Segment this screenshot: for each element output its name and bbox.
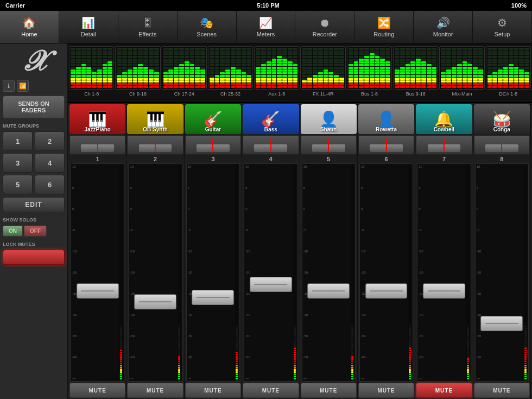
pan-knob-ch4[interactable] (243, 135, 299, 155)
pan-knob-ch2[interactable] (127, 135, 183, 155)
meter-bar-0 (302, 48, 307, 88)
channel-name-ch5: Shaun (301, 126, 357, 132)
nav-label-home: Home (21, 31, 37, 37)
fader-track-ch8[interactable]: 1050-5-10-20-30-40-50-60-∞ (475, 163, 529, 382)
meter-label-ch17-24: Ch 17-24 (174, 91, 194, 97)
mute-button-ch4[interactable]: MUTE (243, 383, 299, 398)
fader-handle-ch6[interactable] (365, 283, 408, 299)
level-meter-ch5 (351, 165, 354, 380)
fader-track-ch6[interactable]: 1050-5-10-20-30-40-50-60-∞ (359, 163, 413, 382)
nav-item-recorder[interactable]: ⏺Recorder (295, 11, 354, 43)
fader-track-ch7[interactable]: 1050-5-10-20-30-40-50-60-∞ (417, 163, 471, 382)
meter-bar-6 (380, 48, 385, 88)
nav-item-meters[interactable]: 📈Meters (237, 11, 296, 43)
toggle-row: ON OFF (3, 225, 65, 237)
meter-group-ch1-8: Ch 1-8 (69, 46, 114, 102)
scale-mark: -5 (419, 229, 423, 232)
channel-header-ch6[interactable]: 👤Rowetta (358, 104, 414, 134)
fader-area-ch2: 1050-5-10-20-30-40-50-60-∞ (127, 163, 183, 382)
nav-item-home[interactable]: 🏠Home (0, 11, 59, 43)
fader-track-ch3[interactable]: 1050-5-10-20-30-40-50-60-∞ (186, 163, 240, 382)
fader-scale-ch5: 1050-5-10-20-30-40-50-60-∞ (303, 164, 308, 381)
pan-knob-ch6[interactable] (358, 135, 414, 155)
nav-item-setup[interactable]: ⚙Setup (473, 11, 532, 43)
nav-item-routing[interactable]: 🔀Routing (354, 11, 414, 43)
fader-handle-ch1[interactable] (77, 283, 119, 299)
lock-mutes-button[interactable] (3, 250, 65, 265)
fader-track-ch4[interactable]: 1050-5-10-20-30-40-50-60-∞ (244, 163, 297, 382)
mute-group-4[interactable]: 4 (35, 153, 65, 173)
nav-item-effects[interactable]: 🎛Effects (118, 11, 178, 43)
time-label: 5:10 PM (257, 2, 280, 9)
mute-groups-label: MUTE GROUPS (3, 123, 65, 129)
solos-off-button[interactable]: OFF (24, 225, 47, 237)
mute-group-6[interactable]: 6 (35, 175, 65, 194)
scale-mark: -∞ (130, 377, 135, 380)
fader-area-ch4: 1050-5-10-20-30-40-50-60-∞ (243, 163, 299, 382)
fader-handle-ch2[interactable] (134, 294, 176, 309)
mute-button-ch3[interactable]: MUTE (185, 383, 241, 398)
mute-group-2[interactable]: 2 (35, 131, 65, 151)
scale-mark: -10 (245, 250, 250, 253)
meter-label-fx1l-4r: FX 1L-4R (313, 91, 334, 97)
fader-handle-ch4[interactable] (250, 277, 292, 292)
pan-knob-ch1[interactable] (69, 135, 125, 155)
mute-button-ch6[interactable]: MUTE (358, 383, 414, 398)
channel-header-ch4[interactable]: 🎸Bass (243, 104, 299, 134)
mute-group-1[interactable]: 1 (3, 131, 33, 151)
pan-knob-ch8[interactable] (474, 135, 530, 155)
mute-button-ch8[interactable]: MUTE (474, 383, 530, 398)
scale-mark: 5 (477, 186, 482, 189)
channel-strip-ch7: 🔔Cowbell71050-5-10-20-30-40-50-60-∞MUTE (415, 103, 473, 399)
channel-header-ch7[interactable]: 🔔Cowbell (416, 104, 472, 134)
info-button[interactable]: ℹ (3, 80, 15, 92)
mute-group-3[interactable]: 3 (3, 153, 33, 173)
fader-handle-ch8[interactable] (480, 316, 523, 331)
fader-scale-ch7: 1050-5-10-20-30-40-50-60-∞ (419, 164, 423, 381)
mute-button-ch1[interactable]: MUTE (69, 383, 125, 398)
channel-header-ch8[interactable]: 🥁Conga (474, 104, 530, 134)
meter-bar-2 (313, 48, 318, 88)
pan-knob-ch7[interactable] (416, 135, 472, 155)
nav-item-detail[interactable]: 📊Detail (59, 11, 118, 43)
meter-bar-4 (138, 48, 143, 88)
solos-on-button[interactable]: ON (3, 225, 23, 237)
scale-mark: 10 (361, 165, 366, 168)
pan-line-ch7 (444, 138, 445, 151)
channel-header-ch3[interactable]: 🎸Guitar (185, 104, 241, 134)
nav-item-scenes[interactable]: 🎭Scenes (178, 11, 237, 43)
fader-handle-ch7[interactable] (423, 283, 465, 299)
mute-button-ch2[interactable]: MUTE (127, 383, 183, 398)
channel-name-ch8: Conga (474, 126, 530, 132)
mute-button-ch7[interactable]: MUTE (416, 383, 472, 398)
scale-mark: -40 (72, 313, 77, 316)
level-meter-ch8 (524, 165, 527, 380)
meter-bar-1 (122, 48, 127, 88)
logo-text: 𝒳 (23, 47, 45, 75)
channel-header-ch1[interactable]: 🎹JazzPiano (69, 104, 125, 134)
meter-display-ch9-16 (115, 46, 160, 90)
channel-header-ch5[interactable]: 👤Shaun (301, 104, 357, 134)
pan-knob-ch5[interactable] (301, 135, 357, 155)
channel-header-ch2[interactable]: 🎹OB Synth (127, 104, 183, 134)
meter-bar-5 (421, 48, 426, 88)
scale-mark: -10 (477, 250, 482, 253)
fader-handle-ch3[interactable] (192, 290, 234, 305)
fader-handle-ch5[interactable] (307, 283, 350, 299)
pan-knob-ch3[interactable] (185, 135, 241, 155)
fader-track-ch5[interactable]: 1050-5-10-20-30-40-50-60-∞ (302, 163, 356, 382)
channel-name-ch4: Bass (243, 126, 299, 132)
wifi-button[interactable]: 📶 (17, 80, 29, 92)
scale-mark: 0 (303, 207, 308, 211)
channel-icon-ch5: 👤 (319, 110, 338, 128)
meter-bar-7 (200, 48, 205, 88)
channel-number-ch6: 6 (385, 156, 388, 162)
fader-track-ch2[interactable]: 1050-5-10-20-30-40-50-60-∞ (128, 163, 182, 382)
mute-group-5[interactable]: 5 (3, 175, 33, 194)
nav-item-monitor[interactable]: 🔊Monitor (414, 11, 473, 43)
mute-button-ch5[interactable]: MUTE (301, 383, 357, 398)
edit-button[interactable]: EDIT (3, 197, 65, 212)
sends-on-faders-button[interactable]: SENDS ON FADERS (3, 96, 65, 118)
meter-group-bus9-16: Bus 9-16 (393, 46, 438, 102)
fader-track-ch1[interactable]: 1050-5-10-20-30-40-50-60-∞ (71, 163, 124, 382)
